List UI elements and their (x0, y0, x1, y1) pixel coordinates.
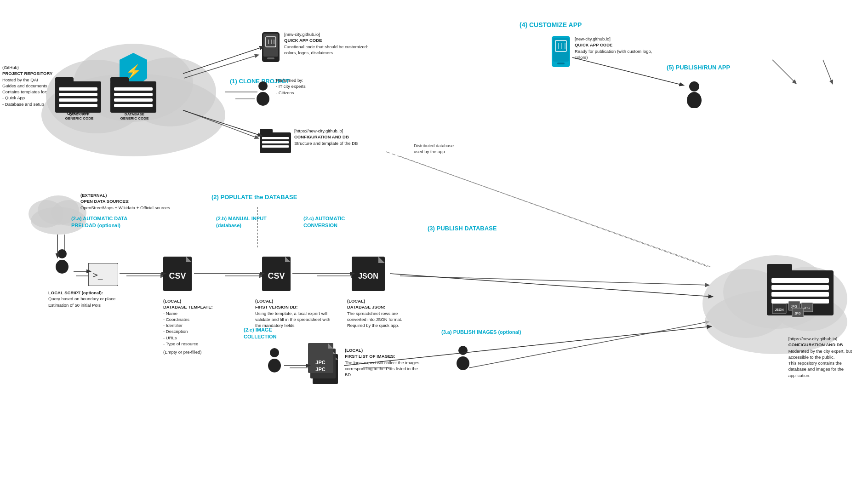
step3a-text: (3.a) PUBLISH IMAGES (optional) (441, 329, 521, 335)
svg-text:JPG: JPG (791, 305, 797, 308)
step5-text: (5) PUBLISH/RUN APP (667, 64, 730, 71)
step2c-conv-text: (2.c) AUTOMATICCONVERSION (303, 216, 345, 228)
fvdb-prefix: (LOCAL) (255, 298, 331, 304)
qacr-title: QUICK APP CODE (575, 42, 662, 48)
step2b-text: (2.b) MANUAL INPUT(database) (216, 216, 267, 228)
quick-app-code-top-text: [new-city.github.io] QUICK APP CODE Func… (284, 31, 376, 56)
config-db-text: [https://new-city.github.io] CONFIGURATI… (294, 128, 358, 146)
fvdb-title: FIRST VERSION DB: (255, 304, 331, 310)
svg-line-112 (390, 274, 712, 297)
svg-rect-15 (114, 87, 153, 91)
svg-line-33 (823, 60, 832, 83)
svg-text:>_: >_ (93, 270, 103, 280)
step2a-text: (2.a) AUTOMATIC DATAPRELOAD (optional) (71, 216, 127, 228)
svg-text:CSV: CSV (268, 271, 285, 281)
cdr-l5: application. (788, 372, 852, 378)
svg-rect-8 (59, 87, 97, 91)
svg-rect-17 (114, 98, 153, 102)
github-line2: Guides and documents (2, 83, 52, 89)
svg-line-31 (400, 156, 708, 267)
svg-point-75 (458, 346, 468, 355)
folder-database: DATABASE GENERIC CODE (110, 76, 159, 120)
svg-rect-83 (771, 278, 829, 283)
ls-line1: Query based on boundary or place (48, 296, 115, 302)
local-db-template: (LOCAL) DATABASE TEMPLATE: - Name - Coor… (163, 298, 213, 355)
qacr-url: [new-city.github.io] (575, 36, 662, 42)
step2c-image-label: (2.c) IMAGECOLLECTION (244, 326, 277, 341)
db-folder-large: JSON JPG JPG JPG (767, 262, 840, 323)
person-image (267, 347, 283, 373)
svg-rect-84 (771, 285, 829, 290)
svg-point-76 (457, 356, 469, 370)
ldbj-l1: The spreadsheet rows are (347, 310, 402, 316)
svg-rect-97 (557, 63, 565, 64)
ext-prefix: (EXTERNAL) (80, 192, 170, 198)
ls-title: LOCAL SCRIPT (optional): (48, 290, 115, 296)
ldbj-l2: converted into JSON format. (347, 316, 402, 322)
svg-rect-13 (110, 81, 156, 113)
external-data-text: (EXTERNAL) OPEN DATA SOURCES: OpenStreet… (80, 192, 170, 211)
json-icon: JSON (352, 257, 388, 293)
folder-db-label2: GENERIC CODE (110, 116, 159, 120)
svg-rect-16 (114, 93, 153, 96)
svg-point-102 (689, 81, 699, 92)
svg-point-52 (57, 249, 67, 258)
cdr-l2: accessible to the public. (788, 354, 852, 360)
svg-line-116 (572, 57, 683, 85)
svg-rect-44 (260, 129, 273, 133)
step5-label: (5) PUBLISH/RUN APP (667, 63, 730, 72)
step3-label: (3) PUBLISH DATABASE (428, 224, 497, 233)
svg-rect-7 (55, 77, 74, 83)
ldbj-l3: Required by the quick app. (347, 322, 402, 328)
svg-rect-18 (114, 104, 153, 107)
step2c-conv-label: (2.c) AUTOMATICCONVERSION (303, 215, 345, 229)
ldbj-title: DATABASE JSON: (347, 304, 402, 310)
config-db-folder (260, 128, 292, 155)
folder-quick-app: QUICK APP QUICK APP GENERIC CODE (55, 76, 103, 120)
ldt-type: - Type of resource (163, 341, 213, 347)
svg-text:JPG: JPG (794, 312, 801, 315)
qa-desc: Functional code that should be customize… (284, 44, 376, 56)
qa-url: [new-city.github.io] (284, 31, 376, 37)
svg-point-41 (258, 81, 268, 91)
svg-rect-36 (267, 57, 274, 59)
step3-text: (3) PUBLISH DATABASE (428, 225, 497, 232)
ldt-coord: - Coordinates (163, 316, 213, 322)
quick-app-code-right-text: [new-city.github.io] QUICK APP CODE Read… (575, 36, 662, 60)
svg-rect-47 (262, 145, 289, 148)
ls-line2: Estimation of 50 initial PoIs (48, 302, 115, 308)
svg-rect-6 (55, 81, 101, 113)
github-info: (GitHub) PROJECT REPOSITORY Hosted by th… (2, 64, 52, 107)
ldt-name: - Name (163, 310, 213, 316)
svg-rect-85 (771, 292, 829, 297)
cdr-title: CONFIGURATION AND DB (788, 342, 852, 348)
perf-label: Performed by: (276, 77, 306, 83)
phone-customize (552, 36, 571, 69)
svg-text:JSON: JSON (775, 308, 783, 311)
person-step3a (455, 345, 471, 371)
config-db-right: [https://new-city.github.io] CONFIGURATI… (788, 336, 852, 378)
person-step5 (685, 80, 703, 109)
fi-title: FIRST LIST OF IMAGES: (345, 353, 423, 359)
ldt-desc: - Description (163, 328, 213, 334)
github-line5: - Database and setup (2, 101, 52, 107)
step2b-label: (2.b) MANUAL INPUT(database) (216, 215, 267, 229)
step2-text: (2) POPULATE the DATABASE (211, 194, 297, 200)
github-line4: - Quick App (2, 95, 52, 101)
fi-prefix: (LOCAL) (345, 347, 423, 353)
github-line3: Contains templates for: (2, 89, 52, 95)
step3a-label: (3.a) PUBLISH IMAGES (optional) (441, 329, 521, 336)
performer-text: Performed by: - IT city experts - Citize… (276, 77, 306, 96)
folder-qa-label2: GENERIC CODE (55, 116, 103, 120)
svg-rect-10 (59, 98, 97, 102)
svg-point-103 (687, 92, 702, 108)
qacr-desc: Ready for publication (with custom logo,… (575, 48, 662, 61)
fi-desc: The local expert will collect the images… (345, 360, 423, 378)
person-step1 (255, 80, 271, 107)
ldt-title: DATABASE TEMPLATE: (163, 304, 213, 310)
svg-line-113 (386, 152, 710, 267)
svg-text:JPG: JPG (804, 306, 810, 309)
svg-text:JSON: JSON (358, 272, 378, 280)
svg-text:CSV: CSV (169, 271, 186, 281)
step4-text: (4) CUSTOMIZE APP (520, 21, 582, 29)
